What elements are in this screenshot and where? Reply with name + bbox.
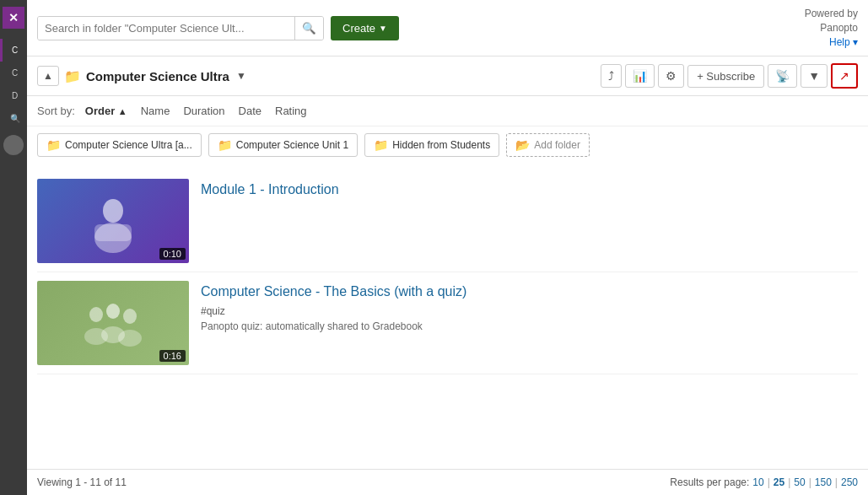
sort-rating[interactable]: Rating — [272, 103, 310, 119]
sort-order[interactable]: Order ▲ — [82, 103, 131, 119]
toolbar-icons: ⤴ 📊 ⚙ + Subscribe 📡 ▼ ↗ — [601, 63, 858, 89]
rpp-25[interactable]: 25 — [774, 476, 784, 488]
rpp-10[interactable]: 10 — [752, 476, 763, 488]
svg-rect-2 — [94, 224, 132, 241]
folder-dropdown-button[interactable]: ▼ — [235, 68, 248, 83]
stats-button[interactable]: 📊 — [625, 64, 655, 88]
folder-icon-2: 📁 — [374, 138, 388, 152]
folder-icon-1: 📁 — [218, 138, 232, 152]
video-thumbnail-1[interactable]: 0:16 — [37, 281, 189, 365]
video-list: 0:10 Module 1 - Introduction — [27, 164, 868, 381]
video-title-1[interactable]: Computer Science - The Basics (with a qu… — [201, 284, 858, 299]
subscribe-label: + Subscribe — [697, 70, 755, 83]
folder-tab-label-0: Computer Science Ultra [a... — [65, 139, 192, 151]
help-link[interactable]: Help ▾ — [805, 35, 858, 50]
svg-point-5 — [123, 309, 137, 324]
sidebar-nav-item-2[interactable]: C — [0, 62, 27, 84]
footer-bar: Viewing 1 - 11 of 11 Results per page: 1… — [27, 469, 868, 495]
rpp-50[interactable]: 50 — [794, 476, 805, 488]
rpp-150[interactable]: 150 — [815, 476, 832, 488]
external-link-icon: ↗ — [839, 69, 849, 83]
navigate-up-button[interactable]: ▲ — [37, 66, 59, 86]
add-folder-icon: 📂 — [515, 138, 530, 152]
video-description-1: Panopto quiz: automatically shared to Gr… — [201, 320, 858, 332]
video-info-1: Computer Science - The Basics (with a qu… — [201, 281, 858, 332]
search-input[interactable] — [38, 17, 294, 40]
sidebar-nav-item-1[interactable]: C — [0, 39, 27, 62]
folder-icon-0: 📁 — [46, 138, 61, 152]
share-button[interactable]: ⤴ — [601, 64, 622, 88]
video-item-1: 0:16 Computer Science - The Basics (with… — [37, 272, 858, 374]
folder-tab-label-1: Computer Science Unit 1 — [236, 139, 348, 151]
powered-by: Powered by Panopto Help ▾ — [805, 7, 858, 49]
video-info-0: Module 1 - Introduction — [201, 179, 858, 202]
content-area: Sort by: Order ▲ Name Duration Date Rati… — [27, 96, 868, 469]
svg-point-4 — [106, 304, 120, 319]
rss-dropdown-button[interactable]: ▼ — [801, 64, 828, 88]
results-per-page: Results per page: 10 | 25 | 50 | 150 | 2… — [670, 476, 858, 488]
sidebar-avatar — [3, 135, 24, 155]
share-icon: ⤴ — [608, 69, 614, 83]
search-button[interactable]: 🔍 — [294, 17, 323, 40]
folder-tab-0[interactable]: 📁 Computer Science Ultra [a... — [37, 133, 202, 157]
external-link-button[interactable]: ↗ — [831, 63, 858, 89]
sidebar-nav-item-3[interactable]: D — [0, 84, 27, 107]
create-label: Create — [342, 22, 375, 35]
svg-point-0 — [103, 199, 123, 223]
rss-button[interactable]: 📡 — [768, 64, 797, 88]
sort-bar: Sort by: Order ▲ Name Duration Date Rati… — [27, 96, 868, 126]
video-tag-1: #quiz — [201, 305, 225, 317]
folder-icon: 📁 — [64, 68, 81, 84]
settings-button[interactable]: ⚙ — [658, 64, 684, 88]
folder-tabs: 📁 Computer Science Ultra [a... 📁 Compute… — [27, 126, 868, 164]
video-item-0: 0:10 Module 1 - Introduction — [37, 170, 858, 272]
create-button[interactable]: Create ▼ — [331, 16, 399, 40]
folder-tab-add[interactable]: 📂 Add folder — [506, 133, 590, 157]
rpp-250[interactable]: 250 — [841, 476, 858, 488]
breadcrumb-folder-name: Computer Science Ultra — [86, 69, 229, 83]
video-duration-0: 0:10 — [159, 248, 186, 260]
speaker-svg — [79, 187, 147, 255]
gear-icon: ⚙ — [666, 69, 677, 83]
svg-point-8 — [118, 330, 142, 347]
classroom-svg — [79, 289, 147, 357]
svg-point-3 — [89, 307, 103, 322]
video-title-0[interactable]: Module 1 - Introduction — [201, 182, 858, 197]
results-per-page-label: Results per page: — [670, 476, 749, 488]
sidebar-close-button[interactable]: ✕ — [3, 7, 24, 29]
create-dropdown-arrow: ▼ — [379, 24, 387, 33]
folder-tab-label-add: Add folder — [534, 139, 580, 151]
folder-tab-1[interactable]: 📁 Computer Science Unit 1 — [208, 133, 358, 157]
breadcrumb-bar: ▲ 📁 Computer Science Ultra ▼ ⤴ 📊 ⚙ + Sub… — [27, 56, 868, 96]
folder-tab-label-2: Hidden from Students — [392, 139, 490, 151]
search-box: 🔍 — [37, 16, 324, 40]
sort-name[interactable]: Name — [137, 103, 174, 119]
top-bar: 🔍 Create ▼ Powered by Panopto Help ▾ — [27, 0, 868, 56]
bar-chart-icon: 📊 — [633, 69, 647, 83]
sort-date[interactable]: Date — [235, 103, 265, 119]
sort-duration[interactable]: Duration — [180, 103, 228, 119]
sidebar: ✕ C C D 🔍 — [0, 0, 27, 495]
sort-label: Sort by: — [37, 105, 75, 117]
main-content: 🔍 Create ▼ Powered by Panopto Help ▾ ▲ 📁… — [27, 0, 868, 495]
viewing-label: Viewing 1 - 11 of 11 — [37, 476, 127, 488]
video-duration-1: 0:16 — [159, 350, 186, 362]
rss-icon: 📡 — [775, 69, 790, 83]
sidebar-nav-item-search[interactable]: 🔍 — [0, 107, 27, 130]
video-thumbnail-0[interactable]: 0:10 — [37, 179, 189, 263]
subscribe-button[interactable]: + Subscribe — [687, 65, 764, 88]
folder-tab-2[interactable]: 📁 Hidden from Students — [364, 133, 499, 157]
